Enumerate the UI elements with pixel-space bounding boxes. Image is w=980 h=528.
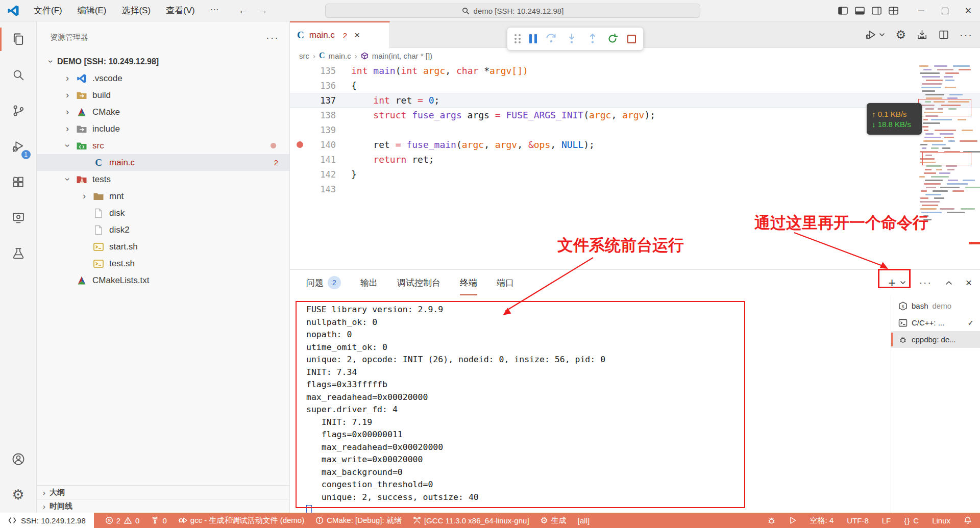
encoding-status[interactable]: UTF-8 [847,516,869,525]
step-out-button[interactable] [586,33,599,45]
code-line-136[interactable]: 136{ [290,78,980,93]
tree-item-cmake[interactable]: ›CMake [37,104,289,120]
step-into-button[interactable] [566,33,578,45]
stop-button[interactable] [627,35,636,43]
eol-status[interactable]: LF [882,516,891,525]
tree-item-.vscode[interactable]: ›.vscode [37,70,289,87]
indentation-status[interactable]: 空格: 4 [810,516,834,525]
code-line-141[interactable]: 141 return ret; [290,152,980,167]
split-editor-icon[interactable] [938,29,949,40]
code-line-140[interactable]: 140 ret = fuse_main(argc, argv, &ops, NU… [290,137,980,152]
tree-item-demo-ssh-10.249.12.98-[interactable]: ›DEMO [SSH: 10.249.12.98] [37,53,289,70]
activity-extensions[interactable] [0,164,37,200]
terminal-list-item-bash[interactable]: $bashdemo [891,297,980,314]
menu-more[interactable]: ··· [204,3,225,18]
cmake-status[interactable]: CMake: [Debug]: 就绪 [315,516,402,525]
panel-tab-终端[interactable]: 终端 [460,270,477,295]
maximize-panel-icon[interactable] [945,280,952,285]
code-line-142[interactable]: 142} [290,167,980,182]
terminal-output[interactable]: FUSE library version: 2.9.9nullpath_ok: … [290,295,891,513]
panel-tab-问题[interactable]: 问题2 [306,270,341,295]
explorer-more-button[interactable]: ··· [266,32,279,43]
command-center-search[interactable]: demo [SSH: 10.249.12.98] [325,4,700,18]
minimap[interactable] [917,65,977,234]
problems-status[interactable]: 2 0 [105,516,140,525]
toggle-sidebar-icon[interactable] [838,7,848,15]
outline-section[interactable]: ›大纲 [37,485,289,499]
debug-launch-status[interactable]: gcc - 生成和调试活动文件 (demo) [178,516,304,525]
code-line-143[interactable]: 143 [290,182,980,196]
panel-tab-输出[interactable]: 输出 [360,270,378,295]
restart-button[interactable] [607,33,619,45]
tree-item-disk2[interactable]: disk2 [37,221,289,238]
title-bar: 文件(F) 编辑(E) 选择(S) 查看(V) ··· ← → demo [SS… [0,0,980,21]
run-task-button[interactable] [789,516,797,524]
warning-icon [124,516,132,524]
cmake-kit-status[interactable]: [GCC 11.3.0 x86_64-linux-gnu] [413,516,529,525]
chevron-down-icon [900,281,906,285]
settings-button[interactable]: ⚙ [0,477,37,513]
toggle-panel-icon[interactable] [855,7,865,15]
debug-run-button[interactable] [865,29,885,41]
maximize-button[interactable] [933,0,957,21]
activity-source-control[interactable] [0,93,37,129]
minimize-button[interactable]: ─ [910,0,933,21]
activity-search[interactable] [0,57,37,93]
tab-main.c[interactable]: C main.c 2 × [290,21,390,48]
menu-view[interactable]: 查看(V) [160,3,201,18]
toggle-secondary-sidebar-icon[interactable] [872,7,881,15]
file-icon [91,208,106,218]
tab-close-icon[interactable]: × [354,30,360,41]
new-terminal-button[interactable]: + [888,276,906,289]
activity-testing[interactable] [0,236,37,271]
timeline-section[interactable]: ›时间线 [37,499,289,513]
terminal-list-item-cppdbg-de-[interactable]: cppdbg: de... [891,331,980,348]
activity-remote-explorer[interactable] [0,200,37,236]
search-icon [11,68,26,82]
shell-icon [91,242,106,252]
terminal-list-item-c-c-[interactable]: C/C++: ...✓ [891,314,980,331]
explorer-sidebar: 资源管理器 ··· ›DEMO [SSH: 10.249.12.98]›.vsc… [37,21,290,513]
panel-tab-调试控制台[interactable]: 调试控制台 [397,270,440,295]
build-target-status[interactable]: [all] [578,516,590,525]
activity-explorer[interactable] [0,21,37,57]
cmake-build-button[interactable]: ⚙ 生成 [541,515,567,526]
nav-back-button[interactable]: ← [238,5,249,16]
close-panel-icon[interactable]: × [966,276,972,289]
tree-item-src[interactable]: ›src [37,137,289,154]
tree-item-test.sh[interactable]: test.sh [37,255,289,272]
menu-file[interactable]: 文件(F) [28,3,68,18]
editor-more-button[interactable]: ··· [960,29,973,41]
install-icon[interactable] [916,29,928,41]
debug-bug-button[interactable] [767,516,776,525]
pause-button[interactable] [529,34,537,43]
nav-forward-button[interactable]: → [258,5,268,16]
account-button[interactable] [0,441,37,477]
panel-more-button[interactable]: ··· [919,277,932,288]
language-status[interactable]: {}C [904,516,919,525]
tree-item-start.sh[interactable]: start.sh [37,238,289,255]
tree-item-build[interactable]: ›build [37,87,289,104]
menu-selection[interactable]: 选择(S) [115,3,157,18]
activity-bar: 1 ⚙ [0,21,37,513]
tree-item-main.c[interactable]: Cmain.c2 [37,154,289,171]
panel-tab-端口[interactable]: 端口 [497,270,514,295]
os-status[interactable]: Linux [932,516,950,525]
customize-layout-icon[interactable] [889,7,898,15]
close-button[interactable]: × [957,0,980,21]
gear-icon[interactable]: ⚙ [895,28,906,42]
code-line-135[interactable]: 135int main(int argc, char *argv[]) [290,63,980,78]
menu-edit[interactable]: 编辑(E) [71,3,113,18]
tree-item-disk[interactable]: disk [37,205,289,221]
tree-item-include[interactable]: ›include [37,120,289,137]
tree-item-cmakelists.txt[interactable]: CMakeLists.txt [37,272,289,289]
drag-handle-icon[interactable] [514,34,521,43]
notifications-bell[interactable] [964,516,972,524]
tree-item-tests[interactable]: ›tests [37,171,289,188]
remote-indicator[interactable]: SSH: 10.249.12.98 [0,513,94,528]
activity-run-debug[interactable]: 1 [0,129,37,164]
ports-status[interactable]: 0 [151,516,166,525]
tree-item-mnt[interactable]: ›mnt [37,188,289,205]
step-over-button[interactable] [545,33,557,45]
folder-tests-icon [74,174,89,185]
